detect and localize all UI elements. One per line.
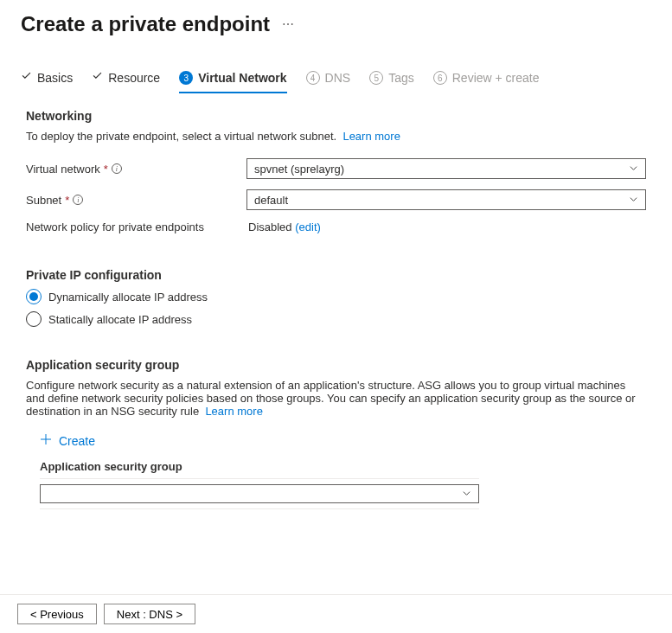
next-button[interactable]: Next : DNS > (104, 604, 195, 624)
subnet-select[interactable]: default (246, 189, 646, 210)
networking-learn-more-link[interactable]: Learn more (342, 130, 400, 143)
tab-dns-label: DNS (325, 71, 351, 85)
tab-review-create-label: Review + create (452, 71, 540, 85)
subnet-value: default (254, 194, 288, 207)
wizard-footer: < Previous Next : DNS > (0, 594, 672, 633)
previous-button[interactable]: < Previous (17, 604, 97, 624)
more-actions-icon[interactable]: ⋯ (282, 18, 296, 30)
chevron-down-icon (629, 163, 638, 176)
network-policy-value: Disabled (248, 221, 292, 233)
tab-tags[interactable]: 5 Tags (369, 71, 414, 93)
virtual-network-label: Virtual network * i (26, 163, 246, 176)
ip-static-label: Statically allocate IP address (48, 313, 192, 326)
tab-basics[interactable]: Basics (21, 71, 73, 93)
network-policy-edit-link[interactable]: (edit) (295, 221, 321, 233)
required-indicator: * (104, 163, 108, 176)
chevron-down-icon (462, 488, 471, 501)
info-icon[interactable]: i (73, 195, 83, 205)
tab-resource-label: Resource (108, 71, 160, 85)
networking-description: To deploy the private endpoint, select a… (26, 130, 646, 143)
tab-basics-label: Basics (37, 71, 73, 85)
plus-icon (40, 433, 52, 448)
ip-dynamic-label: Dynamically allocate IP address (48, 291, 208, 304)
asg-create-button[interactable]: Create (40, 433, 646, 448)
tab-review-create[interactable]: 6 Review + create (433, 71, 540, 93)
radio-icon (26, 311, 42, 327)
required-indicator: * (65, 194, 69, 207)
asg-column-header: Application security group (40, 460, 479, 479)
ip-dynamic-radio[interactable]: Dynamically allocate IP address (26, 289, 646, 304)
info-icon[interactable]: i (112, 163, 122, 174)
asg-select[interactable] (40, 484, 479, 503)
step-number-icon: 5 (369, 71, 383, 85)
step-number-icon: 6 (433, 71, 447, 85)
page-title: Create a private endpoint (21, 12, 270, 36)
networking-heading: Networking (26, 109, 646, 123)
wizard-tabs: Basics Resource 3 Virtual Network 4 DNS … (0, 71, 672, 93)
virtual-network-select[interactable]: spvnet (sprelayrg) (246, 158, 646, 179)
asg-create-label: Create (59, 434, 95, 448)
tab-virtual-network[interactable]: 3 Virtual Network (179, 71, 286, 93)
asg-learn-more-link[interactable]: Learn more (205, 405, 262, 418)
ip-config-heading: Private IP configuration (26, 268, 646, 282)
tab-tags-label: Tags (388, 71, 414, 85)
tab-virtual-network-label: Virtual Network (198, 71, 286, 85)
checkmark-icon (21, 71, 32, 85)
tab-resource[interactable]: Resource (92, 71, 160, 93)
ip-static-radio[interactable]: Statically allocate IP address (26, 311, 646, 327)
radio-icon (26, 289, 42, 304)
subnet-label: Subnet * i (26, 194, 246, 207)
step-number-icon: 3 (179, 71, 193, 85)
ip-config-radio-group: Dynamically allocate IP address Statical… (26, 289, 646, 327)
virtual-network-value: spvnet (sprelayrg) (254, 163, 344, 176)
asg-heading: Application security group (26, 358, 646, 372)
tab-dns[interactable]: 4 DNS (306, 71, 351, 93)
step-number-icon: 4 (306, 71, 320, 85)
network-policy-label: Network policy for private endpoints (26, 221, 246, 233)
chevron-down-icon (629, 194, 638, 207)
asg-description: Configure network security as a natural … (26, 379, 646, 418)
checkmark-icon (92, 71, 103, 85)
